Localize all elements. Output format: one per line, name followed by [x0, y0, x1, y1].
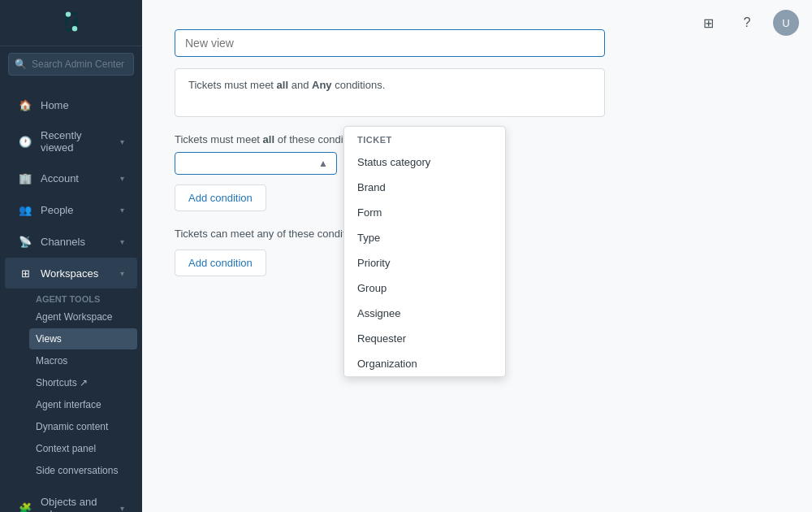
- grid-icon: ⊞: [18, 266, 32, 280]
- dropdown-item-type[interactable]: Type: [344, 225, 505, 250]
- sidebar-item-people[interactable]: 👥 People ▾: [5, 194, 137, 225]
- view-title-input[interactable]: [175, 29, 605, 57]
- condition-dropdown: Ticket Status category Brand Form Type P…: [343, 126, 506, 377]
- zendesk-logo: [55, 11, 88, 34]
- sub-item-views[interactable]: Views: [29, 328, 137, 349]
- main-content: ⊞ ? U Tickets must meet all and Any cond…: [142, 0, 812, 512]
- chevron-up-icon: ▲: [318, 158, 328, 169]
- sidebar-item-account[interactable]: 🏢 Account ▾: [5, 163, 137, 193]
- grid-apps-icon[interactable]: ⊞: [695, 10, 721, 36]
- add-condition-button[interactable]: Add condition: [175, 184, 266, 211]
- sub-item-agent-interface[interactable]: Agent interface: [36, 394, 137, 415]
- sidebar-nav: 🏠 Home 🕐 Recently viewed ▾ 🏢 Account ▾ 👥…: [0, 82, 142, 512]
- clock-icon: 🕐: [18, 134, 32, 149]
- chevron-down-icon: ▾: [120, 174, 124, 183]
- sub-item-shortcuts[interactable]: Shortcuts ↗: [36, 372, 137, 393]
- puzzle-icon: 🧩: [18, 501, 32, 512]
- svg-point-1: [71, 26, 76, 31]
- building-icon: 🏢: [18, 171, 32, 185]
- sidebar-item-workspaces[interactable]: ⊞ Workspaces ▾: [5, 258, 137, 289]
- help-icon[interactable]: ?: [734, 10, 760, 36]
- chevron-down-icon: ▾: [120, 137, 124, 146]
- svg-point-0: [65, 11, 70, 16]
- home-icon: 🏠: [18, 98, 32, 112]
- sub-item-dynamic-content[interactable]: Dynamic content: [36, 416, 137, 437]
- sub-item-agent-workspace[interactable]: Agent Workspace: [36, 306, 137, 328]
- sidebar-item-label: Home: [41, 99, 124, 111]
- dropdown-item-group[interactable]: Group: [344, 276, 505, 301]
- chevron-down-icon: ▾: [120, 269, 124, 278]
- sidebar-item-label: Workspaces: [41, 267, 112, 280]
- conditions-description-box: Tickets must meet all and Any conditions…: [175, 68, 605, 117]
- sidebar-item-label: Objects and rules: [41, 496, 112, 512]
- avatar[interactable]: U: [773, 10, 799, 36]
- dropdown-item-status-category[interactable]: Status category: [344, 150, 505, 175]
- sidebar-item-objects-rules[interactable]: 🧩 Objects and rules ▾: [5, 488, 137, 512]
- sub-item-context-panel[interactable]: Context panel: [36, 438, 137, 459]
- sidebar: 🔍 🏠 Home 🕐 Recently viewed ▾ 🏢 Account ▾…: [0, 0, 142, 512]
- sub-item-agent-tools: Agent tools: [36, 289, 137, 306]
- sidebar-item-recently-viewed[interactable]: 🕐 Recently viewed ▾: [5, 121, 137, 162]
- share-icon: 📡: [18, 234, 32, 249]
- sidebar-item-label: Channels: [41, 236, 112, 248]
- workspaces-sub-items: Agent tools Agent Workspace Views Macros…: [0, 289, 142, 481]
- chevron-down-icon: ▾: [120, 237, 124, 246]
- sub-item-side-conversations[interactable]: Side conversations: [36, 460, 137, 481]
- logo: [0, 0, 142, 46]
- sidebar-item-label: Recently viewed: [41, 129, 112, 154]
- sidebar-item-label: People: [41, 204, 112, 216]
- search-input[interactable]: [8, 53, 134, 76]
- dropdown-item-priority[interactable]: Priority: [344, 250, 505, 276]
- search-wrap: 🔍: [8, 53, 134, 76]
- sidebar-item-channels[interactable]: 📡 Channels ▾: [5, 226, 137, 257]
- dropdown-item-form[interactable]: Form: [344, 200, 505, 225]
- dropdown-item-assignee[interactable]: Assignee: [344, 301, 505, 326]
- sub-item-macros[interactable]: Macros: [36, 350, 137, 371]
- dropdown-item-organization[interactable]: Organization: [344, 351, 505, 376]
- dropdown-section-header: Ticket: [344, 127, 505, 150]
- header-icons: ⊞ ? U: [695, 10, 799, 36]
- chevron-down-icon: ▾: [120, 504, 124, 513]
- add-any-condition-button[interactable]: Add condition: [175, 249, 266, 276]
- dropdown-item-requester[interactable]: Requester: [344, 326, 505, 351]
- chevron-down-icon: ▾: [120, 206, 124, 215]
- sidebar-item-home[interactable]: 🏠 Home: [5, 89, 137, 120]
- condition-field-select[interactable]: ▲: [175, 152, 337, 175]
- all-conditions-label: Tickets must meet all and Any conditions…: [188, 79, 591, 91]
- search-icon: 🔍: [15, 59, 27, 70]
- users-icon: 👥: [18, 202, 32, 217]
- dropdown-item-brand[interactable]: Brand: [344, 175, 505, 200]
- sidebar-item-label: Account: [41, 172, 112, 184]
- search-container: 🔍: [0, 46, 142, 82]
